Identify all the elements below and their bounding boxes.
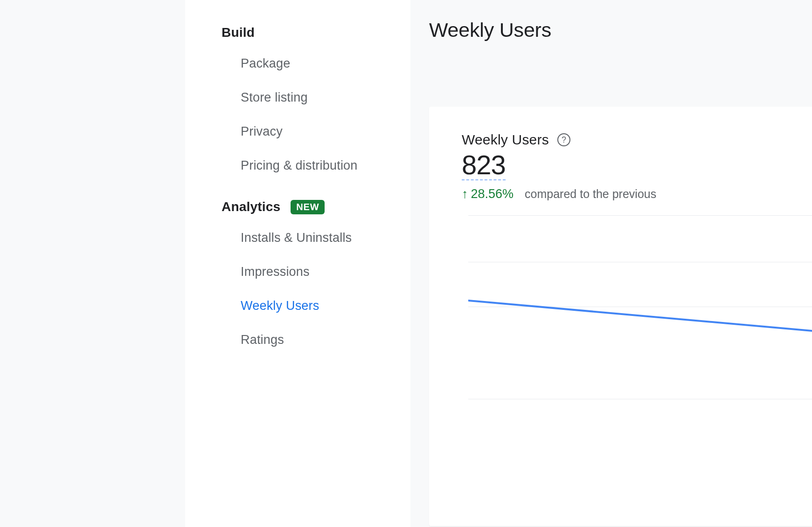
section-title-analytics: Analytics: [222, 199, 280, 214]
compare-text: compared to the previous: [525, 187, 656, 201]
help-icon[interactable]: ?: [557, 133, 570, 146]
card-title-row: Weekly Users ?: [462, 132, 812, 148]
weekly-users-value: 823: [462, 151, 506, 180]
arrow-up-icon: ↑: [462, 188, 468, 200]
new-badge: NEW: [291, 200, 325, 214]
left-gutter: [0, 0, 185, 527]
change-row: ↑ 28.56% compared to the previous: [462, 187, 812, 201]
sidebar-item-impressions[interactable]: Impressions: [185, 255, 410, 289]
sidebar-item-ratings[interactable]: Ratings: [185, 323, 410, 357]
sidebar: Build Package Store listing Privacy Pric…: [185, 0, 410, 527]
section-title-build: Build: [222, 25, 255, 40]
sidebar-section-analytics: Analytics NEW: [185, 193, 410, 221]
sidebar-item-pricing-distribution[interactable]: Pricing & distribution: [185, 149, 410, 183]
chart-container: [468, 215, 812, 425]
sidebar-item-package[interactable]: Package: [185, 47, 410, 81]
sidebar-item-store-listing[interactable]: Store listing: [185, 81, 410, 115]
main-content: Weekly Users Weekly Users ? 823 ↑ 28.56%…: [410, 0, 812, 527]
weekly-users-card: Weekly Users ? 823 ↑ 28.56% compared to …: [429, 107, 812, 526]
sidebar-section-build: Build: [185, 19, 410, 47]
sidebar-item-installs-uninstalls[interactable]: Installs & Uninstalls: [185, 221, 410, 255]
change-percent: ↑ 28.56%: [462, 187, 514, 201]
card-title: Weekly Users: [462, 132, 549, 148]
sidebar-item-privacy[interactable]: Privacy: [185, 115, 410, 149]
page-title: Weekly Users: [429, 19, 812, 41]
change-percent-value: 28.56%: [471, 187, 514, 201]
sidebar-item-weekly-users[interactable]: Weekly Users: [185, 289, 410, 323]
chart-line: [468, 215, 812, 425]
